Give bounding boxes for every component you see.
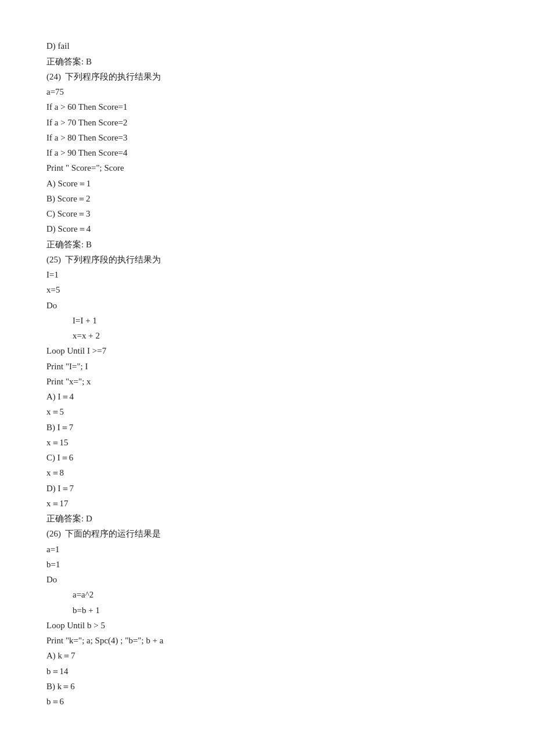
content-line: If a > 70 Then Score=2	[46, 115, 488, 130]
content-line: Do	[46, 298, 488, 313]
content-line: Print "k="; a; Spc(4) ; "b="; b + a	[46, 633, 488, 648]
content-line: Do	[46, 572, 488, 587]
content-line: B) k＝6	[46, 679, 488, 694]
content-line: A) k＝7	[46, 648, 488, 663]
content-line: B) I＝7	[46, 420, 488, 435]
content-line: x=5	[46, 282, 488, 297]
content-line: a=1	[46, 542, 488, 557]
content-line: (25) 下列程序段的执行结果为	[46, 252, 488, 267]
content-line: B) Score＝2	[46, 191, 488, 206]
content-line: x＝15	[46, 435, 488, 450]
content-line: x＝5	[46, 404, 488, 419]
content-line: x=x + 2	[46, 328, 488, 343]
content-line: b=1	[46, 557, 488, 572]
content-line: If a > 60 Then Score=1	[46, 99, 488, 114]
content-line: x＝17	[46, 496, 488, 511]
content-line: Print "x="; x	[46, 374, 488, 389]
content-line: b＝14	[46, 664, 488, 679]
content-line: If a > 90 Then Score=4	[46, 145, 488, 160]
content-line: If a > 80 Then Score=3	[46, 130, 488, 145]
content-line: b＝6	[46, 694, 488, 709]
content-line: I=I + 1	[46, 313, 488, 328]
content-line: D) Score＝4	[46, 221, 488, 236]
content-line: C) Score＝3	[46, 206, 488, 221]
content-line: x＝8	[46, 465, 488, 480]
content-line: I=1	[46, 267, 488, 282]
content-line: 正确答案: D	[46, 511, 488, 526]
content-line: 正确答案: B	[46, 54, 488, 69]
main-content: D) fail正确答案: B(24) 下列程序段的执行结果为a=75If a >…	[46, 23, 488, 709]
content-line: C) I＝6	[46, 450, 488, 465]
content-line: A) I＝4	[46, 389, 488, 404]
content-line: Loop Until b > 5	[46, 618, 488, 633]
content-line: Loop Until I >=7	[46, 343, 488, 358]
content-line: (26) 下面的程序的运行结果是	[46, 526, 488, 541]
content-line: D) fail	[46, 38, 488, 53]
content-line: D) I＝7	[46, 481, 488, 496]
content-line: Print " Score="; Score	[46, 160, 488, 175]
content-line: a=a^2	[46, 587, 488, 602]
content-line: (24) 下列程序段的执行结果为	[46, 69, 488, 84]
content-line: b=b + 1	[46, 603, 488, 618]
content-line: A) Score＝1	[46, 176, 488, 191]
content-line: a=75	[46, 84, 488, 99]
content-line: Print "I="; I	[46, 359, 488, 374]
content-line: 正确答案: B	[46, 237, 488, 252]
